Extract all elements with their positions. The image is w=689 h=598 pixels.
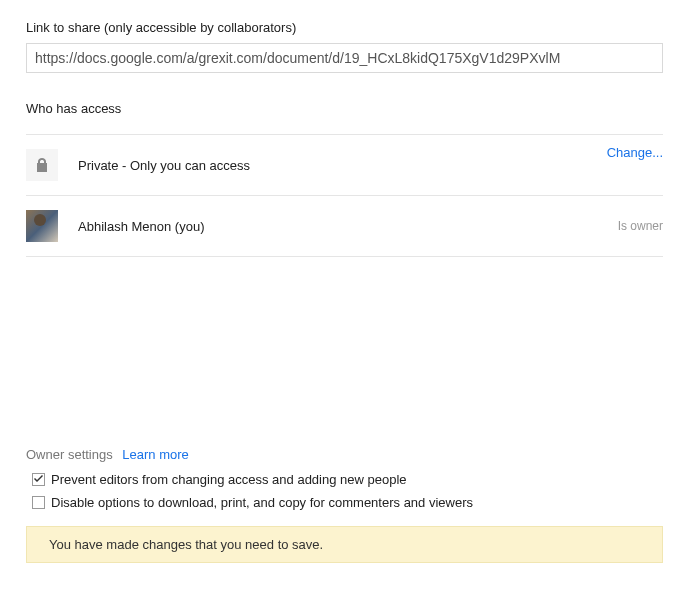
owner-badge: Is owner bbox=[618, 219, 663, 233]
change-link[interactable]: Change... bbox=[607, 145, 663, 160]
privacy-text: Private - Only you can access bbox=[78, 158, 607, 173]
prevent-editors-label: Prevent editors from changing access and… bbox=[51, 472, 407, 487]
avatar bbox=[26, 210, 58, 242]
share-url-input[interactable] bbox=[26, 43, 663, 73]
prevent-editors-row: Prevent editors from changing access and… bbox=[32, 472, 663, 487]
disable-download-row: Disable options to download, print, and … bbox=[32, 495, 663, 510]
owner-settings-label-row: Owner settings Learn more bbox=[26, 447, 663, 462]
user-row: Abhilash Menon (you) Is owner bbox=[26, 196, 663, 257]
privacy-row: Private - Only you can access Change... bbox=[26, 134, 663, 196]
url-input-container bbox=[26, 43, 663, 73]
user-name: Abhilash Menon (you) bbox=[78, 219, 618, 234]
link-share-label: Link to share (only accessible by collab… bbox=[26, 20, 663, 35]
disable-download-checkbox[interactable] bbox=[32, 496, 45, 509]
who-has-access-heading: Who has access bbox=[26, 101, 663, 116]
learn-more-link[interactable]: Learn more bbox=[122, 447, 188, 462]
owner-settings-label: Owner settings bbox=[26, 447, 113, 462]
prevent-editors-checkbox[interactable] bbox=[32, 473, 45, 486]
lock-icon bbox=[26, 149, 58, 181]
disable-download-label: Disable options to download, print, and … bbox=[51, 495, 473, 510]
save-notice: You have made changes that you need to s… bbox=[26, 526, 663, 563]
